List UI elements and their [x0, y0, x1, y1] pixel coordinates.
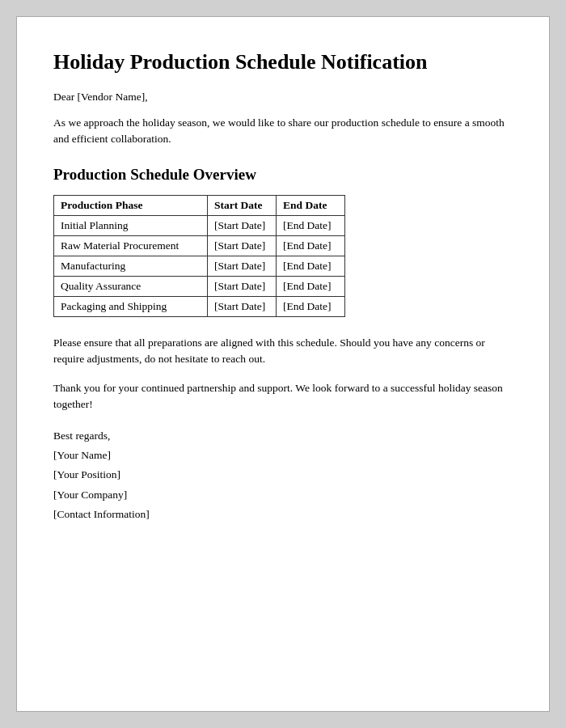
intro-paragraph: As we approach the holiday season, we wo… — [53, 115, 513, 148]
section-heading: Production Schedule Overview — [53, 166, 513, 184]
table-cell-phase: Manufacturing — [54, 256, 208, 276]
table-cell-end: [End Date] — [277, 296, 345, 316]
col-header-end: End Date — [277, 195, 345, 215]
col-header-phase: Production Phase — [54, 195, 208, 215]
table-cell-start: [Start Date] — [208, 296, 277, 316]
signature-contact: [Contact Information] — [53, 505, 513, 524]
table-cell-phase: Initial Planning — [54, 215, 208, 235]
table-row: Packaging and Shipping[Start Date][End D… — [54, 296, 345, 316]
body-paragraph-2: Thank you for your continued partnership… — [53, 380, 513, 413]
table-row: Initial Planning[Start Date][End Date] — [54, 215, 345, 235]
signature-name: [Your Name] — [53, 446, 513, 465]
body-paragraph-1: Please ensure that all preparations are … — [53, 335, 513, 368]
table-row: Quality Assurance[Start Date][End Date] — [54, 276, 345, 296]
table-cell-phase: Packaging and Shipping — [54, 296, 208, 316]
table-cell-start: [Start Date] — [208, 276, 277, 296]
production-schedule-table: Production Phase Start Date End Date Ini… — [53, 195, 345, 317]
table-cell-end: [End Date] — [277, 276, 345, 296]
table-header-row: Production Phase Start Date End Date — [54, 195, 345, 215]
table-row: Manufacturing[Start Date][End Date] — [54, 256, 345, 276]
signature-block: Best regards, [Your Name] [Your Position… — [53, 426, 513, 524]
table-cell-start: [Start Date] — [208, 235, 277, 256]
signature-closing: Best regards, — [53, 426, 513, 446]
page-title: Holiday Production Schedule Notification — [53, 49, 513, 74]
table-cell-phase: Raw Material Procurement — [54, 235, 208, 256]
table-cell-end: [End Date] — [277, 256, 345, 276]
table-cell-end: [End Date] — [277, 235, 345, 256]
signature-company: [Your Company] — [53, 485, 513, 505]
table-cell-start: [Start Date] — [208, 215, 277, 235]
col-header-start: Start Date — [208, 195, 277, 215]
salutation-text: Dear [Vendor Name], — [53, 91, 513, 104]
table-row: Raw Material Procurement[Start Date][End… — [54, 235, 345, 256]
table-cell-phase: Quality Assurance — [54, 276, 208, 296]
document-container: Holiday Production Schedule Notification… — [16, 16, 550, 712]
table-cell-start: [Start Date] — [208, 256, 277, 276]
signature-position: [Your Position] — [53, 465, 513, 485]
table-cell-end: [End Date] — [277, 215, 345, 235]
